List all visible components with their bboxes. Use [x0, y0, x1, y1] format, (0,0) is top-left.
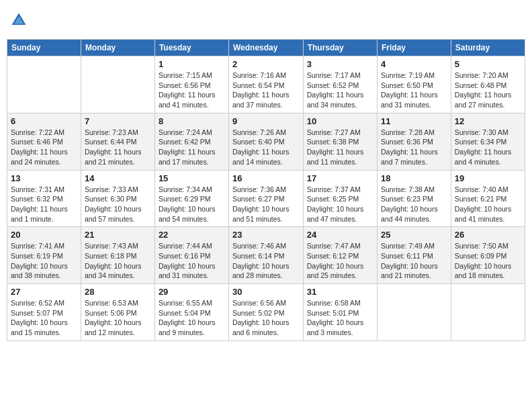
day-number: 12 — [455, 116, 521, 126]
calendar-cell: 29Sunrise: 6:55 AM Sunset: 5:04 PM Dayli… — [154, 284, 228, 341]
day-info: Sunrise: 7:31 AM Sunset: 6:32 PM Dayligh… — [11, 185, 77, 224]
calendar-week-row: 27Sunrise: 6:52 AM Sunset: 5:07 PM Dayli… — [7, 284, 525, 341]
day-number: 13 — [11, 173, 77, 183]
calendar-cell: 22Sunrise: 7:44 AM Sunset: 6:16 PM Dayli… — [154, 227, 228, 284]
day-number: 28 — [85, 287, 151, 297]
day-header-monday: Monday — [81, 40, 154, 56]
calendar-cell: 6Sunrise: 7:22 AM Sunset: 6:46 PM Daylig… — [7, 113, 81, 170]
day-number: 30 — [232, 287, 300, 297]
day-number: 18 — [381, 173, 447, 183]
day-number: 7 — [85, 116, 151, 126]
calendar-cell — [7, 56, 81, 113]
calendar-table: SundayMondayTuesdayWednesdayThursdayFrid… — [7, 39, 525, 341]
day-number: 20 — [11, 230, 77, 240]
calendar-cell: 13Sunrise: 7:31 AM Sunset: 6:32 PM Dayli… — [7, 170, 81, 227]
calendar-cell: 5Sunrise: 7:20 AM Sunset: 6:48 PM Daylig… — [451, 56, 525, 113]
day-info: Sunrise: 7:33 AM Sunset: 6:30 PM Dayligh… — [85, 185, 151, 224]
day-info: Sunrise: 7:23 AM Sunset: 6:44 PM Dayligh… — [85, 128, 151, 167]
calendar-cell: 2Sunrise: 7:16 AM Sunset: 6:54 PM Daylig… — [228, 56, 303, 113]
calendar-cell: 23Sunrise: 7:46 AM Sunset: 6:14 PM Dayli… — [228, 227, 303, 284]
calendar-cell: 8Sunrise: 7:24 AM Sunset: 6:42 PM Daylig… — [154, 113, 228, 170]
day-number: 24 — [307, 230, 373, 240]
day-info: Sunrise: 7:43 AM Sunset: 6:18 PM Dayligh… — [85, 241, 151, 281]
calendar-cell: 12Sunrise: 7:30 AM Sunset: 6:34 PM Dayli… — [451, 113, 525, 170]
day-number: 22 — [159, 230, 225, 240]
calendar-cell: 18Sunrise: 7:38 AM Sunset: 6:23 PM Dayli… — [378, 170, 451, 227]
calendar-cell: 7Sunrise: 7:23 AM Sunset: 6:44 PM Daylig… — [81, 113, 154, 170]
day-info: Sunrise: 7:28 AM Sunset: 6:36 PM Dayligh… — [381, 128, 447, 167]
calendar-cell: 16Sunrise: 7:36 AM Sunset: 6:27 PM Dayli… — [228, 170, 303, 227]
calendar-cell: 25Sunrise: 7:49 AM Sunset: 6:11 PM Dayli… — [378, 227, 451, 284]
logo-icon — [9, 11, 28, 30]
day-info: Sunrise: 6:53 AM Sunset: 5:06 PM Dayligh… — [85, 298, 151, 338]
day-info: Sunrise: 7:50 AM Sunset: 6:09 PM Dayligh… — [455, 241, 521, 281]
calendar-week-row: 20Sunrise: 7:41 AM Sunset: 6:19 PM Dayli… — [7, 227, 525, 284]
day-info: Sunrise: 7:36 AM Sunset: 6:27 PM Dayligh… — [232, 185, 300, 224]
day-info: Sunrise: 6:58 AM Sunset: 5:01 PM Dayligh… — [307, 298, 373, 338]
day-info: Sunrise: 7:30 AM Sunset: 6:34 PM Dayligh… — [455, 128, 521, 167]
day-info: Sunrise: 7:49 AM Sunset: 6:11 PM Dayligh… — [381, 241, 447, 281]
day-info: Sunrise: 7:47 AM Sunset: 6:12 PM Dayligh… — [307, 241, 373, 281]
day-header-thursday: Thursday — [303, 40, 377, 56]
calendar-cell: 30Sunrise: 6:56 AM Sunset: 5:02 PM Dayli… — [228, 284, 303, 341]
day-info: Sunrise: 7:46 AM Sunset: 6:14 PM Dayligh… — [232, 241, 300, 281]
day-info: Sunrise: 7:38 AM Sunset: 6:23 PM Dayligh… — [381, 185, 447, 224]
day-info: Sunrise: 7:34 AM Sunset: 6:29 PM Dayligh… — [159, 185, 225, 224]
day-number: 3 — [307, 59, 373, 69]
day-info: Sunrise: 6:55 AM Sunset: 5:04 PM Dayligh… — [159, 298, 225, 338]
calendar-cell: 3Sunrise: 7:17 AM Sunset: 6:52 PM Daylig… — [303, 56, 377, 113]
day-number: 4 — [381, 59, 447, 69]
day-info: Sunrise: 7:16 AM Sunset: 6:54 PM Dayligh… — [232, 71, 300, 110]
day-header-sunday: Sunday — [7, 40, 81, 56]
day-number: 31 — [307, 287, 373, 297]
day-number: 17 — [307, 173, 373, 183]
day-info: Sunrise: 6:56 AM Sunset: 5:02 PM Dayligh… — [232, 298, 300, 338]
day-number: 8 — [159, 116, 225, 126]
calendar-cell: 11Sunrise: 7:28 AM Sunset: 6:36 PM Dayli… — [378, 113, 451, 170]
day-number: 23 — [232, 230, 300, 240]
day-info: Sunrise: 7:17 AM Sunset: 6:52 PM Dayligh… — [307, 71, 373, 110]
calendar-cell — [81, 56, 154, 113]
day-number: 19 — [455, 173, 521, 183]
day-info: Sunrise: 7:15 AM Sunset: 6:56 PM Dayligh… — [159, 71, 225, 110]
calendar-cell: 4Sunrise: 7:19 AM Sunset: 6:50 PM Daylig… — [378, 56, 451, 113]
calendar-cell: 1Sunrise: 7:15 AM Sunset: 6:56 PM Daylig… — [154, 56, 228, 113]
calendar-header-row: SundayMondayTuesdayWednesdayThursdayFrid… — [7, 40, 525, 56]
day-number: 16 — [232, 173, 300, 183]
day-number: 26 — [455, 230, 521, 240]
day-info: Sunrise: 7:44 AM Sunset: 6:16 PM Dayligh… — [159, 241, 225, 281]
day-number: 6 — [11, 116, 77, 126]
calendar-cell: 14Sunrise: 7:33 AM Sunset: 6:30 PM Dayli… — [81, 170, 154, 227]
day-number: 11 — [381, 116, 447, 126]
calendar-cell: 26Sunrise: 7:50 AM Sunset: 6:09 PM Dayli… — [451, 227, 525, 284]
calendar-cell: 24Sunrise: 7:47 AM Sunset: 6:12 PM Dayli… — [303, 227, 377, 284]
day-number: 2 — [232, 59, 300, 69]
day-header-saturday: Saturday — [451, 40, 525, 56]
day-header-tuesday: Tuesday — [154, 40, 228, 56]
logo — [9, 11, 31, 30]
day-info: Sunrise: 7:41 AM Sunset: 6:19 PM Dayligh… — [11, 241, 77, 281]
calendar-cell: 31Sunrise: 6:58 AM Sunset: 5:01 PM Dayli… — [303, 284, 377, 341]
day-info: Sunrise: 7:37 AM Sunset: 6:25 PM Dayligh… — [307, 185, 373, 224]
day-number: 21 — [85, 230, 151, 240]
day-info: Sunrise: 6:52 AM Sunset: 5:07 PM Dayligh… — [11, 298, 77, 338]
day-number: 5 — [455, 59, 521, 69]
calendar-cell: 15Sunrise: 7:34 AM Sunset: 6:29 PM Dayli… — [154, 170, 228, 227]
day-number: 27 — [11, 287, 77, 297]
day-number: 14 — [85, 173, 151, 183]
day-info: Sunrise: 7:40 AM Sunset: 6:21 PM Dayligh… — [455, 185, 521, 224]
page-header — [7, 7, 525, 34]
day-number: 10 — [307, 116, 373, 126]
day-number: 29 — [159, 287, 225, 297]
calendar-week-row: 13Sunrise: 7:31 AM Sunset: 6:32 PM Dayli… — [7, 170, 525, 227]
calendar-cell: 27Sunrise: 6:52 AM Sunset: 5:07 PM Dayli… — [7, 284, 81, 341]
day-header-wednesday: Wednesday — [228, 40, 303, 56]
calendar-week-row: 1Sunrise: 7:15 AM Sunset: 6:56 PM Daylig… — [7, 56, 525, 113]
day-info: Sunrise: 7:19 AM Sunset: 6:50 PM Dayligh… — [381, 71, 447, 110]
calendar-cell: 21Sunrise: 7:43 AM Sunset: 6:18 PM Dayli… — [81, 227, 154, 284]
day-info: Sunrise: 7:22 AM Sunset: 6:46 PM Dayligh… — [11, 128, 77, 167]
day-number: 1 — [159, 59, 225, 69]
day-header-friday: Friday — [378, 40, 451, 56]
day-info: Sunrise: 7:26 AM Sunset: 6:40 PM Dayligh… — [232, 128, 300, 167]
calendar-week-row: 6Sunrise: 7:22 AM Sunset: 6:46 PM Daylig… — [7, 113, 525, 170]
